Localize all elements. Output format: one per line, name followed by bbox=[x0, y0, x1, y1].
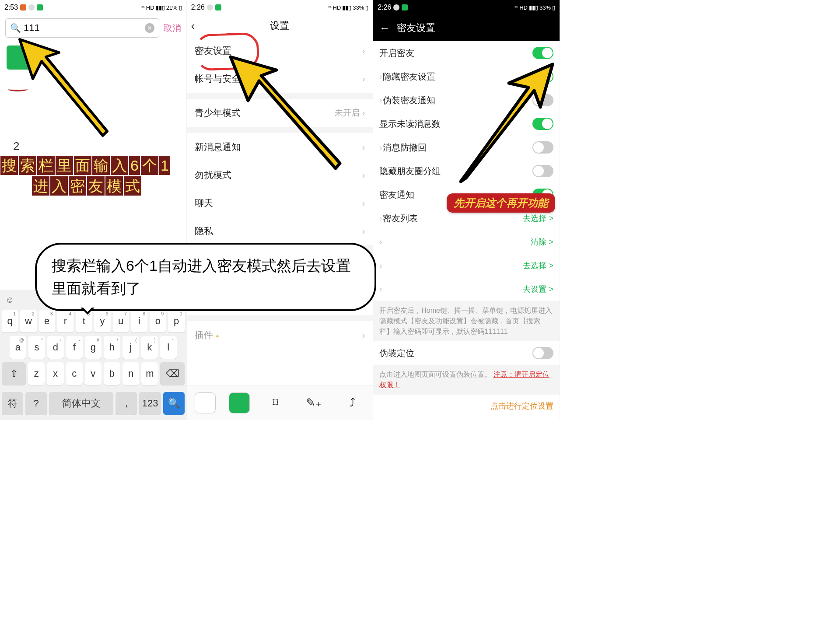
battery-icon: ▯ bbox=[552, 4, 555, 11]
toggle-switch[interactable] bbox=[532, 47, 553, 59]
key-f[interactable]: f- bbox=[66, 336, 83, 359]
caption-line2: 进入密友模式 bbox=[32, 176, 142, 196]
back-icon[interactable]: ‹ bbox=[191, 19, 195, 33]
key-u[interactable]: u7 bbox=[113, 310, 129, 332]
kbd-row2: a@s*d+f-g#h/j(k)l~ bbox=[2, 336, 185, 359]
key-k[interactable]: k) bbox=[141, 336, 158, 359]
key-o[interactable]: o9 bbox=[150, 310, 166, 332]
item-fake-location[interactable]: 伪装定位 bbox=[373, 341, 560, 365]
key-n[interactable]: n bbox=[122, 362, 139, 385]
panel-settings: 2:26 ⌔ HD ▮▮▯ 33% ▯ ‹ 设置 密友设置› 帐号与安全› 青少… bbox=[187, 0, 374, 420]
search-box[interactable]: 🔍 ✕ bbox=[5, 18, 159, 38]
annotation-red-pill: 先开启这个再开功能 bbox=[447, 193, 555, 213]
share-icon[interactable]: ⤴ bbox=[340, 396, 365, 410]
row-去设置 >[interactable]: ›去设置 > bbox=[373, 277, 560, 301]
key-l[interactable]: l~ bbox=[160, 336, 177, 359]
key-g[interactable]: g# bbox=[85, 336, 102, 359]
key-j[interactable]: j( bbox=[122, 336, 139, 359]
row-显示未读消息数[interactable]: 显示未读消息数 bbox=[373, 112, 560, 136]
result-extra-text: 2 bbox=[13, 140, 186, 153]
toggle-switch[interactable] bbox=[532, 165, 553, 177]
chevron-right-icon: › bbox=[362, 226, 365, 236]
key-h[interactable]: h/ bbox=[104, 336, 120, 359]
key-q[interactable]: q1 bbox=[2, 310, 18, 332]
settings-header: ‹ 设置 bbox=[187, 15, 373, 37]
emoji-icon[interactable]: ☺ bbox=[5, 295, 14, 305]
row-去选择 >[interactable]: ›去选择 > bbox=[373, 254, 560, 277]
key-i[interactable]: i8 bbox=[131, 310, 147, 332]
row-开启密友[interactable]: 开启密友 bbox=[373, 41, 560, 65]
key-a[interactable]: a@ bbox=[10, 336, 26, 359]
scan-icon[interactable]: ⌑ bbox=[263, 396, 288, 410]
thumb-wechat[interactable] bbox=[229, 392, 250, 413]
status-time: 2:26 bbox=[191, 4, 205, 11]
question-key[interactable]: ? bbox=[25, 392, 47, 415]
shift-key[interactable]: ⇧ bbox=[2, 362, 26, 385]
item-new-msg[interactable]: 新消息通知› bbox=[187, 133, 373, 161]
chevron-right-icon: › bbox=[379, 261, 382, 270]
battery-icon: ▯ bbox=[179, 4, 182, 11]
key-c[interactable]: c bbox=[66, 362, 83, 385]
action-link[interactable]: 去选择 > bbox=[523, 260, 553, 271]
row-隐藏密友设置[interactable]: ›隐藏密友设置 bbox=[373, 65, 560, 88]
comma-key[interactable]: ， bbox=[116, 392, 137, 415]
back-icon[interactable]: ← bbox=[379, 22, 390, 34]
statusbar: 2:53 ⌔ HD ▮▮▯ 21% ▯ bbox=[0, 0, 186, 15]
chevron-right-icon: › bbox=[362, 142, 365, 152]
key-b[interactable]: b bbox=[104, 362, 120, 385]
miyou-header: ← 密友设置 bbox=[373, 15, 560, 41]
key-y[interactable]: y6 bbox=[94, 310, 110, 332]
item-teen-mode[interactable]: 青少年模式 未开启› bbox=[187, 99, 373, 127]
cancel-button[interactable]: 取消 bbox=[164, 22, 181, 34]
status-net: HD bbox=[519, 4, 528, 11]
key-z[interactable]: z bbox=[28, 362, 45, 385]
item-chat[interactable]: 聊天› bbox=[187, 189, 373, 217]
action-link[interactable]: 去选择 > bbox=[523, 213, 553, 224]
key-r[interactable]: r4 bbox=[57, 310, 74, 332]
num-key[interactable]: 123 bbox=[139, 392, 161, 415]
key-v[interactable]: v bbox=[85, 362, 102, 385]
location-setup-link[interactable]: 点击进行定位设置 bbox=[373, 395, 560, 417]
space-key[interactable]: 简体中文 bbox=[49, 392, 113, 415]
backspace-key[interactable]: ⌫ bbox=[160, 362, 184, 385]
wifi-icon: ⌔ bbox=[141, 4, 145, 11]
clear-icon[interactable]: ✕ bbox=[145, 23, 154, 33]
toggle-switch[interactable] bbox=[532, 347, 553, 359]
action-link[interactable]: 去设置 > bbox=[523, 284, 553, 294]
action-link[interactable]: 清除 > bbox=[531, 237, 553, 247]
chevron-right-icon: › bbox=[362, 74, 365, 84]
item-plugins[interactable]: 插件⌖ › bbox=[187, 321, 373, 349]
signal-icon: ▮▮▯ bbox=[156, 4, 165, 11]
search-input[interactable] bbox=[21, 22, 145, 34]
toggle-switch[interactable] bbox=[532, 94, 553, 106]
kbd-row3-letters: zxcvbnm bbox=[28, 362, 158, 385]
chevron-right-icon: › bbox=[379, 285, 382, 294]
item-dnd[interactable]: 勿扰模式› bbox=[187, 161, 373, 189]
row-伪装密友通知[interactable]: ›伪装密友通知 bbox=[373, 88, 560, 112]
row-消息防撤回[interactable]: ›消息防撤回 bbox=[373, 136, 560, 159]
item-account-security[interactable]: 帐号与安全› bbox=[187, 65, 373, 93]
key-m[interactable]: m bbox=[141, 362, 158, 385]
toggle-switch[interactable] bbox=[532, 141, 553, 154]
key-p[interactable]: p0 bbox=[168, 310, 184, 332]
row-隐藏朋友圈分组[interactable]: 隐藏朋友圈分组 bbox=[373, 159, 560, 183]
item-miyou-settings[interactable]: 密友设置› bbox=[187, 37, 373, 65]
toggle-switch[interactable] bbox=[532, 70, 553, 83]
result-avatar[interactable] bbox=[7, 46, 31, 70]
key-s[interactable]: s* bbox=[28, 336, 45, 359]
chevron-right-icon: › bbox=[362, 108, 365, 117]
key-x[interactable]: x bbox=[47, 362, 63, 385]
key-e[interactable]: e3 bbox=[39, 310, 55, 332]
panel-miyou-settings: 2:26 ⌔ HD ▮▮▯ 33% ▯ ← 密友设置 开启密友›隐藏密友设置›伪… bbox=[373, 0, 560, 420]
symbol-key[interactable]: 符 bbox=[2, 392, 23, 415]
kbd-row4: 符 ? 简体中文 ， 123 🔍 bbox=[2, 392, 185, 415]
thumb-app1[interactable] bbox=[195, 392, 216, 413]
toggle-switch[interactable] bbox=[532, 118, 553, 130]
item-privacy[interactable]: 隐私› bbox=[187, 217, 373, 245]
key-w[interactable]: w2 bbox=[20, 310, 36, 332]
search-key[interactable]: 🔍 bbox=[163, 392, 185, 415]
edit-icon[interactable]: ✎₊ bbox=[301, 396, 327, 410]
row-清除 >[interactable]: ›清除 > bbox=[373, 230, 560, 254]
key-d[interactable]: d+ bbox=[47, 336, 64, 359]
separator bbox=[187, 93, 373, 99]
